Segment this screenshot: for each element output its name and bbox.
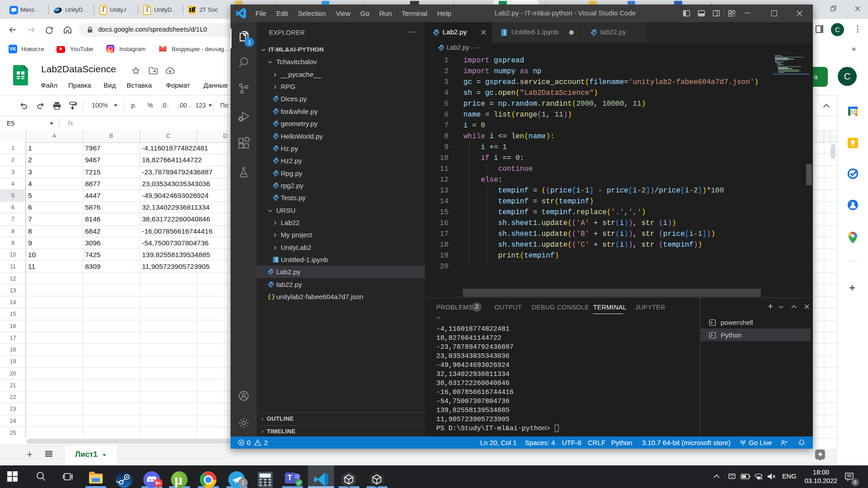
- svg-text:31: 31: [850, 110, 856, 115]
